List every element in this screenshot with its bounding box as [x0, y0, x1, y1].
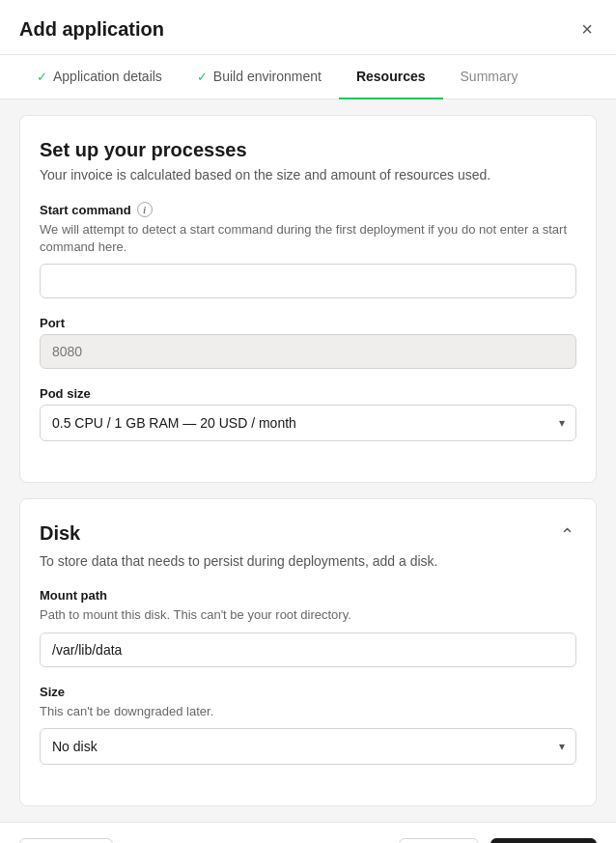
pod-size-select[interactable]: 0.5 CPU / 1 GB RAM — 20 USD / month 1 CP… [40, 405, 576, 441]
modal-footer: Cancel Back Continue [0, 822, 616, 843]
pod-size-wrapper: 0.5 CPU / 1 GB RAM — 20 USD / month 1 CP… [40, 405, 576, 441]
processes-card-subtitle: Your invoice is calculated based on the … [40, 167, 576, 183]
cancel-button[interactable]: Cancel [19, 838, 113, 843]
back-button[interactable]: Back [399, 838, 479, 843]
disk-card-header: Disk ⌃ [40, 522, 576, 548]
close-button[interactable]: × [577, 17, 597, 41]
modal-header: Add application × [0, 0, 616, 55]
modal-body: Set up your processes Your invoice is ca… [0, 99, 616, 822]
start-command-group: Start command i We will attempt to detec… [40, 202, 576, 298]
footer-right-actions: Back Continue [399, 838, 597, 843]
mount-path-hint: Path to mount this disk. This can't be y… [40, 606, 576, 624]
port-input[interactable] [40, 334, 576, 369]
tab-checkmark-application-details: ✓ [37, 70, 47, 84]
start-command-hint: We will attempt to detect a start comman… [40, 221, 576, 256]
port-group: Port [40, 316, 576, 369]
disk-size-hint: This can't be downgraded later. [40, 703, 576, 720]
tab-checkmark-build-environment: ✓ [197, 70, 208, 84]
mount-path-input[interactable] [40, 632, 576, 667]
disk-card-subtitle: To store data that needs to persist duri… [40, 553, 576, 569]
pod-size-group: Pod size 0.5 CPU / 1 GB RAM — 20 USD / m… [40, 386, 576, 441]
tab-build-environment[interactable]: ✓ Build environment [180, 55, 339, 99]
disk-card-title: Disk [40, 522, 80, 545]
processes-card-title: Set up your processes [40, 139, 576, 161]
disk-size-label: Size [40, 685, 576, 699]
processes-card: Set up your processes Your invoice is ca… [19, 115, 597, 483]
tab-application-details[interactable]: ✓ Application details [19, 55, 180, 99]
continue-button[interactable]: Continue [490, 838, 597, 843]
disk-size-group: Size This can't be downgraded later. No … [40, 685, 576, 765]
disk-size-wrapper: No disk 1 GB 5 GB 10 GB 25 GB ▾ [40, 728, 576, 765]
pod-size-label: Pod size [40, 386, 576, 401]
mount-path-label: Mount path [40, 588, 576, 603]
mount-path-group: Mount path Path to mount this disk. This… [40, 588, 576, 666]
disk-card: Disk ⌃ To store data that needs to persi… [19, 498, 597, 805]
start-command-label: Start command i [40, 202, 576, 217]
tab-summary[interactable]: Summary [443, 55, 536, 99]
modal-title: Add application [19, 18, 164, 41]
tab-resources[interactable]: Resources [339, 55, 443, 99]
start-command-info-icon: i [137, 202, 153, 217]
start-command-input[interactable] [40, 264, 576, 298]
disk-card-collapse-button[interactable]: ⌃ [558, 522, 576, 548]
tabs-bar: ✓ Application details ✓ Build environmen… [0, 55, 616, 99]
disk-size-select[interactable]: No disk 1 GB 5 GB 10 GB 25 GB [40, 728, 576, 765]
port-label: Port [40, 316, 576, 330]
